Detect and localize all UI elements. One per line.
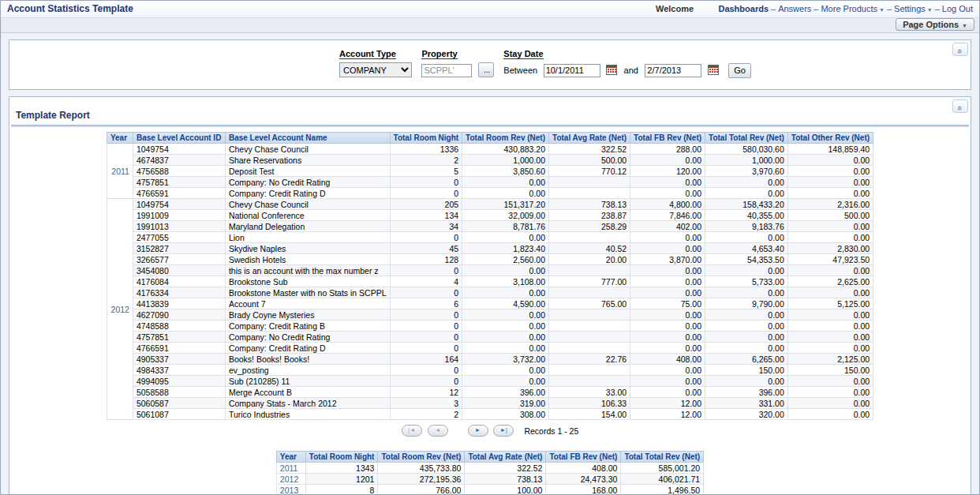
- calendar-icon[interactable]: [708, 65, 719, 75]
- nav-separator: –: [814, 4, 818, 13]
- table-cell: 158,433.20: [705, 199, 788, 210]
- nav-link-settings[interactable]: Settings: [894, 4, 926, 13]
- nav-separator: –: [887, 4, 892, 13]
- table-cell: 100.00: [465, 485, 546, 495]
- first-page-button[interactable]: |◄: [402, 425, 422, 437]
- table-cell: Books! Books! Books!: [225, 354, 390, 365]
- table-cell: 12.00: [630, 398, 705, 409]
- table-cell: 5: [390, 166, 462, 177]
- table-cell: Company Stats - March 2012: [225, 398, 390, 409]
- table-cell: 0.00: [462, 188, 549, 199]
- table-cell: 1991013: [133, 221, 225, 232]
- table-cell: National Conference: [225, 210, 390, 221]
- next-page-button[interactable]: ►: [468, 425, 488, 437]
- table-cell: 24,473.30: [546, 474, 621, 485]
- table-cell: 0.00: [462, 265, 549, 276]
- table-cell: 0.00: [462, 332, 549, 343]
- table-cell: 1343: [305, 463, 378, 474]
- table-cell: 0: [390, 343, 462, 354]
- nav-link-more-products[interactable]: More Products: [821, 4, 877, 13]
- table-cell: 0.00: [630, 387, 705, 398]
- table-cell: 408.00: [546, 463, 621, 474]
- table-cell: 3266577: [133, 254, 225, 265]
- table-cell: Merge Account B: [225, 387, 390, 398]
- table-cell: Chevy Chase Council: [225, 144, 390, 155]
- table-cell: 0.00: [630, 188, 705, 199]
- table-cell: 33.00: [549, 387, 630, 398]
- table-cell: 0.00: [787, 177, 873, 188]
- table-cell: 40,355.00: [705, 210, 788, 221]
- table-cell: 5058588: [133, 387, 225, 398]
- table-row: 4994095Sub (210285) 1100.000.000.000.00: [107, 376, 873, 387]
- table-cell: 0.00: [630, 177, 705, 188]
- table-cell: 151,317.20: [462, 199, 549, 210]
- calendar-icon[interactable]: [606, 65, 617, 75]
- table-cell: [549, 376, 630, 387]
- table-cell: 0.00: [705, 321, 788, 332]
- table-cell: 1336: [390, 144, 462, 155]
- table-cell: [549, 321, 630, 332]
- table-cell: [549, 232, 630, 243]
- nav-link-dashboards[interactable]: Dashboards: [718, 4, 769, 13]
- table-cell: 1,000.00: [462, 155, 549, 166]
- property-browse-button[interactable]: ...: [478, 62, 494, 77]
- table-cell: 8: [305, 485, 378, 495]
- nav-link-log-out[interactable]: Log Out: [942, 4, 973, 13]
- property-input[interactable]: [421, 64, 472, 77]
- table-cell: 120.00: [630, 166, 705, 177]
- stay-date-to-input[interactable]: [645, 64, 701, 77]
- table-cell: 205: [390, 199, 462, 210]
- go-button[interactable]: Go: [728, 63, 751, 78]
- collapse-panel-button[interactable]: «: [952, 43, 968, 56]
- table-cell: 3,732.00: [462, 354, 549, 365]
- table-cell: 0.00: [787, 398, 873, 409]
- year-cell: 2011: [107, 144, 133, 199]
- table-cell: 0: [390, 332, 462, 343]
- table-cell: Turico Industries: [225, 409, 390, 420]
- table-cell: 406,021.71: [621, 474, 704, 485]
- column-header: Total Avg Rate (Net): [549, 133, 630, 144]
- stay-date-label: Stay Date: [503, 49, 543, 59]
- nav-link-answers[interactable]: Answers: [778, 4, 811, 13]
- table-cell: 54,353.50: [705, 254, 788, 265]
- table-cell: 4757851: [133, 177, 225, 188]
- table-cell: 0.00: [705, 188, 788, 199]
- table-row: 4748588Company: Credit Rating B00.000.00…: [107, 321, 873, 332]
- table-row: 3454080this is an account with the max n…: [107, 265, 873, 276]
- previous-page-button[interactable]: ◄: [428, 425, 448, 437]
- collapse-report-button[interactable]: «: [952, 99, 968, 113]
- page-options-button[interactable]: Page Options▼: [896, 18, 974, 31]
- table-cell: 6,265.00: [705, 354, 788, 365]
- table-cell: 1049754: [133, 199, 225, 210]
- welcome-text: Welcome: [656, 4, 694, 13]
- table-cell: 0.00: [630, 276, 705, 287]
- table-row: 4905337Books! Books! Books!1643,732.0022…: [107, 354, 873, 365]
- table-cell: this is an account with the max number z: [225, 265, 390, 276]
- last-page-button[interactable]: ►|: [493, 425, 514, 437]
- table-cell: 4413839: [133, 298, 225, 309]
- table-cell: Maryland Delegation: [225, 221, 390, 232]
- table-cell: 402.00: [630, 221, 705, 232]
- table-cell: 0.00: [705, 376, 788, 387]
- stay-date-from-input[interactable]: [544, 64, 600, 77]
- account-type-select[interactable]: COMPANY: [339, 62, 412, 77]
- table-cell: 164: [390, 354, 462, 365]
- column-header: Total FB Rev (Net): [546, 452, 621, 463]
- table-cell: 148,859.40: [787, 144, 873, 155]
- yearly-summary-table: YearTotal Room NightTotal Room Rev (Net)…: [276, 451, 704, 495]
- table-cell: 5,125.00: [787, 298, 873, 309]
- table-cell: 322.52: [465, 463, 546, 474]
- table-cell: 3: [390, 398, 462, 409]
- table-cell: 4905337: [133, 354, 225, 365]
- table-cell: 770.12: [549, 166, 630, 177]
- table-cell: 12.00: [630, 409, 705, 420]
- table-cell: 3,970.60: [705, 166, 788, 177]
- and-label: and: [624, 66, 638, 75]
- column-header: Total Total Rev (Net): [705, 133, 788, 144]
- table-row: 4413839Account 764,590.00765.0075.009,79…: [107, 298, 873, 309]
- table-row: 5058588Merge Account B12396.0033.000.003…: [107, 387, 873, 398]
- table-cell: 5060587: [133, 398, 225, 409]
- table-cell: 0.00: [787, 287, 873, 298]
- table-cell: 0.00: [705, 232, 788, 243]
- table-cell: 0.00: [462, 232, 549, 243]
